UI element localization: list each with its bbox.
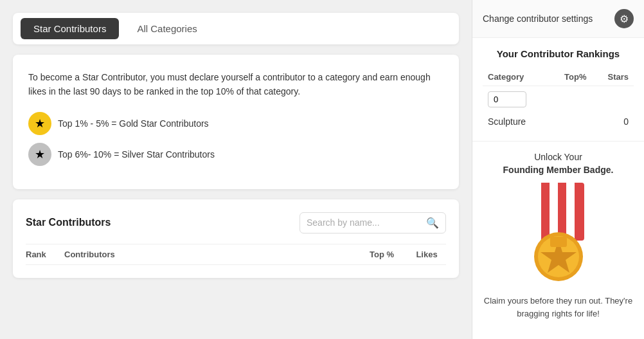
- rankings-title: Your Contributor Rankings: [483, 48, 634, 59]
- rank-input-row: [483, 86, 634, 113]
- sculpture-label: Sculpture: [483, 113, 548, 131]
- col-top-pct-header: Top %: [356, 250, 407, 259]
- silver-tier-row: ★ Top 6%- 10% = Silver Star Contributors: [28, 143, 443, 166]
- rank-input-field[interactable]: [488, 91, 526, 107]
- badge-claim-text: Claim yours before they run out. They're…: [483, 295, 634, 320]
- badge-section: Unlock Your Founding Member Badge. Claim…: [472, 142, 644, 339]
- badge-founding-member: Founding Member Badge.: [483, 165, 634, 175]
- sculpture-stars: 0: [591, 113, 634, 131]
- silver-tier-label: Top 6%- 10% = Silver Star Contributors: [58, 149, 215, 160]
- table-header: Rank Contributors Top % Likes: [26, 244, 446, 265]
- info-card: To become a Star Contributor, you must d…: [13, 55, 459, 189]
- rankings-section: Your Contributor Rankings Category Top% …: [472, 38, 644, 142]
- gold-tier-label: Top 1% - 5% = Gold Star Contributors: [58, 118, 209, 129]
- settings-label: Change contributor settings: [483, 14, 593, 24]
- svg-rect-3: [566, 183, 575, 241]
- gold-tier-row: ★ Top 1% - 5% = Gold Star Contributors: [28, 112, 443, 135]
- gear-button[interactable]: ⚙: [614, 9, 634, 28]
- settings-header: Change contributor settings ⚙: [472, 0, 644, 38]
- sculpture-row: Sculpture 0: [483, 113, 634, 131]
- svg-rect-7: [550, 237, 567, 247]
- contributors-header: Star Contributors 🔍: [26, 212, 446, 234]
- rankings-col-stars: Stars: [591, 68, 634, 86]
- info-description: To become a Star Contributor, you must d…: [28, 70, 443, 99]
- badge-svg: [514, 183, 604, 286]
- rankings-col-category: Category: [483, 68, 548, 86]
- rankings-table: Category Top% Stars Sculpture 0: [483, 68, 634, 131]
- badge-visual: [514, 183, 604, 286]
- search-box[interactable]: 🔍: [300, 212, 446, 234]
- silver-star-icon: ★: [28, 143, 51, 166]
- tab-bar: Star Contributors All Categories: [13, 13, 459, 44]
- badge-unlock-title: Unlock Your: [483, 152, 634, 162]
- svg-rect-2: [550, 183, 558, 241]
- rankings-col-top-pct: Top%: [548, 68, 591, 86]
- gear-icon: ⚙: [620, 13, 629, 25]
- col-likes-header: Likes: [407, 250, 446, 259]
- right-panel: Change contributor settings ⚙ Your Contr…: [472, 0, 644, 339]
- tab-star-contributors[interactable]: Star Contributors: [21, 18, 119, 39]
- svg-rect-1: [533, 183, 541, 241]
- contributors-title: Star Contributors: [26, 217, 111, 228]
- search-icon: 🔍: [426, 217, 439, 229]
- tab-all-categories[interactable]: All Categories: [124, 18, 210, 39]
- col-rank-header: Rank: [26, 250, 64, 259]
- search-input[interactable]: [307, 217, 422, 228]
- col-contributors-header: Contributors: [64, 250, 356, 259]
- gold-star-icon: ★: [28, 112, 51, 135]
- left-panel: Star Contributors All Categories To beco…: [0, 0, 472, 339]
- contributors-section: Star Contributors 🔍 Rank Contributors To…: [13, 199, 459, 278]
